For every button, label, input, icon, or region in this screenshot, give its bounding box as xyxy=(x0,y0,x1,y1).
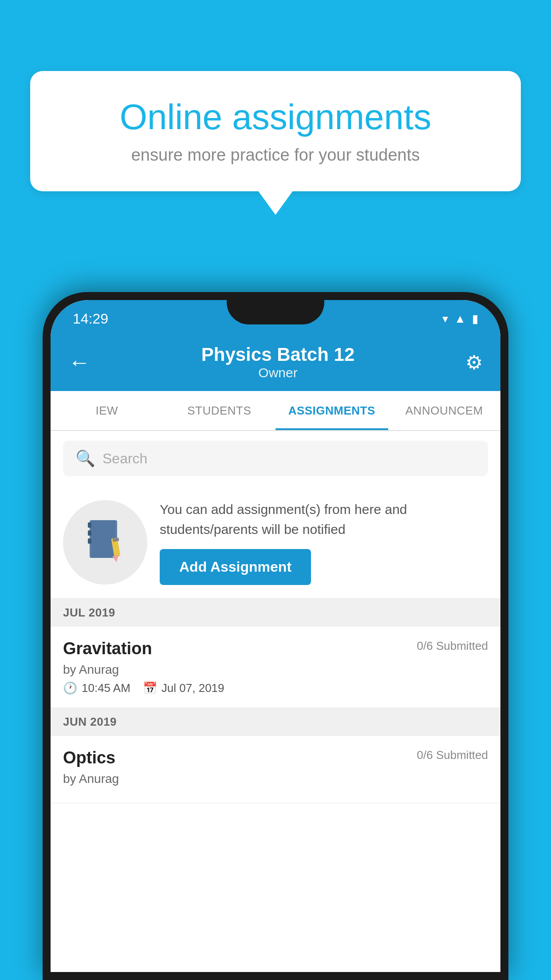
assignment-time-gravitation: 🕐 10:45 AM xyxy=(63,681,130,695)
app-bar-title-container: Physics Batch 12 Owner xyxy=(201,344,355,380)
assignment-item-optics[interactable]: Optics 0/6 Submitted by Anurag xyxy=(51,736,500,803)
assignment-item-gravitation[interactable]: Gravitation 0/6 Submitted by Anurag 🕐 10… xyxy=(51,627,500,708)
add-assignment-promo: You can add assignment(s) from here and … xyxy=(51,486,500,599)
section-jul-2019: JUL 2019 xyxy=(51,599,500,627)
assignment-by-gravitation: by Anurag xyxy=(63,663,488,677)
signal-icon: ▲ xyxy=(454,312,466,326)
app-bar-subtitle: Owner xyxy=(201,365,355,380)
tab-iew[interactable]: IEW xyxy=(51,391,163,430)
svg-marker-7 xyxy=(112,555,119,562)
settings-button[interactable]: ⚙ xyxy=(465,351,483,374)
assignment-submitted-optics: 0/6 Submitted xyxy=(417,748,488,762)
speech-bubble: Online assignments ensure more practice … xyxy=(30,71,521,191)
section-jun-2019: JUN 2019 xyxy=(51,708,500,736)
assignment-submitted-gravitation: 0/6 Submitted xyxy=(417,639,488,653)
status-time: 14:29 xyxy=(73,306,108,327)
search-container: 🔍 Search xyxy=(51,431,500,486)
tabs-container: IEW STUDENTS ASSIGNMENTS ANNOUNCEM xyxy=(51,391,500,431)
promo-right: You can add assignment(s) from here and … xyxy=(160,499,488,585)
search-bar[interactable]: 🔍 Search xyxy=(63,441,488,476)
search-icon: 🔍 xyxy=(75,449,95,468)
phone-inner: 14:29 ▾ ▲ ▮ ← Physics Batch 12 Owner ⚙ I… xyxy=(51,300,500,972)
content-area: 🔍 Search xyxy=(51,431,500,803)
battery-icon: ▮ xyxy=(472,312,478,326)
speech-bubble-title: Online assignments xyxy=(61,98,490,137)
notebook-icon xyxy=(85,518,125,567)
tab-students[interactable]: STUDENTS xyxy=(163,391,276,430)
search-placeholder: Search xyxy=(102,450,147,467)
app-bar: ← Physics Batch 12 Owner ⚙ xyxy=(51,333,500,391)
assignment-by-optics: by Anurag xyxy=(63,772,488,786)
svg-rect-4 xyxy=(88,538,91,544)
back-button[interactable]: ← xyxy=(68,349,91,375)
speech-bubble-arrow xyxy=(258,190,293,215)
calendar-icon: 📅 xyxy=(143,681,157,695)
speech-bubble-container: Online assignments ensure more practice … xyxy=(30,71,521,215)
speech-bubble-subtitle: ensure more practice for your students xyxy=(61,146,490,165)
promo-text: You can add assignment(s) from here and … xyxy=(160,499,488,539)
tab-assignments[interactable]: ASSIGNMENTS xyxy=(276,391,388,430)
tab-announcements[interactable]: ANNOUNCEM xyxy=(388,391,501,430)
assignment-top-row-optics: Optics 0/6 Submitted xyxy=(63,748,488,767)
phone-frame: 14:29 ▾ ▲ ▮ ← Physics Batch 12 Owner ⚙ I… xyxy=(43,292,508,980)
assignment-icon-circle xyxy=(63,500,147,585)
assignment-date-gravitation: 📅 Jul 07, 2019 xyxy=(143,681,224,695)
assignment-name-gravitation: Gravitation xyxy=(63,639,152,658)
add-assignment-button[interactable]: Add Assignment xyxy=(160,549,311,585)
assignment-name-optics: Optics xyxy=(63,748,115,767)
app-bar-title: Physics Batch 12 xyxy=(201,344,355,365)
svg-rect-2 xyxy=(88,522,91,528)
status-icons: ▾ ▲ ▮ xyxy=(442,308,478,326)
assignment-meta-gravitation: 🕐 10:45 AM 📅 Jul 07, 2019 xyxy=(63,681,488,695)
clock-icon: 🕐 xyxy=(63,681,77,695)
svg-rect-3 xyxy=(88,530,91,536)
wifi-icon: ▾ xyxy=(442,312,448,326)
phone-notch xyxy=(227,300,324,324)
assignment-top-row: Gravitation 0/6 Submitted xyxy=(63,639,488,658)
